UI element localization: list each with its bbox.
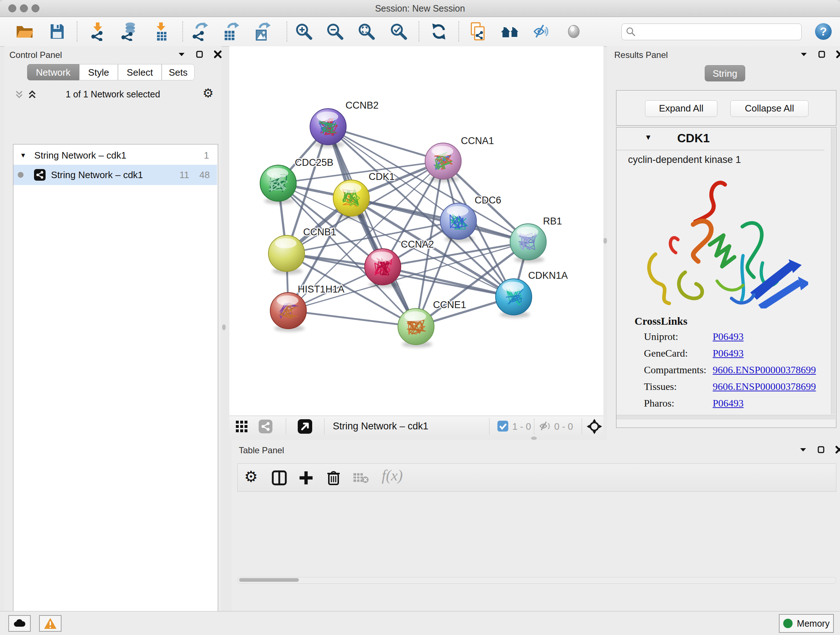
gene-collapse-icon[interactable]: ▼ (645, 133, 652, 141)
network-collection-row[interactable]: ▼ String Network – cdk1 1 (13, 146, 217, 165)
string-home-button[interactable] (500, 21, 521, 42)
node-CDC6[interactable]: CDC6 (440, 195, 501, 242)
network-view-share-button[interactable] (258, 419, 273, 435)
zoom-fit-icon (357, 22, 376, 41)
netbar-separator (286, 418, 286, 434)
panel-menu-icon[interactable] (799, 445, 807, 454)
add-column-button[interactable] (298, 470, 314, 487)
selected-nodes-checkbox[interactable] (497, 420, 508, 433)
node-label-CCNA1: CCNA1 (461, 135, 494, 146)
show-columns-button[interactable] (272, 470, 287, 487)
arrow-up-right-icon (297, 419, 313, 434)
zoom-in-button[interactable] (294, 21, 314, 42)
crosslink-genecard-link[interactable]: P06493 (713, 348, 744, 359)
export-network-button[interactable] (189, 21, 210, 42)
hidden-elements-button[interactable] (539, 420, 552, 433)
node-HIST1H1A[interactable]: HIST1H1A (270, 284, 344, 332)
toolbar-separator (458, 21, 459, 42)
crosslink-label: Pharos: (644, 397, 674, 409)
delete-table-button[interactable] (353, 472, 369, 486)
network-options-gear-icon[interactable]: ⚙ (202, 87, 213, 99)
memory-button[interactable]: Memory (779, 614, 834, 633)
tab-network[interactable]: Network (27, 64, 79, 80)
function-builder-button[interactable]: f(x) (382, 467, 403, 484)
netbar-separator (534, 418, 534, 434)
crosslink-pharos-link[interactable]: P06493 (713, 397, 744, 409)
close-panel-icon[interactable] (835, 445, 840, 454)
collection-collapse-icon[interactable]: ▼ (20, 152, 27, 159)
refresh-button[interactable] (429, 21, 449, 42)
import-table-button[interactable] (151, 21, 172, 42)
export-table-icon (221, 22, 240, 41)
tab-string[interactable]: String (705, 65, 745, 81)
node-CCNB1[interactable]: CCNB1 (268, 226, 336, 274)
network-graph[interactable]: CCNB2CCNA1CDC25BCDK1CDC6RB1CCNB1CCNA2CDK… (229, 46, 603, 416)
netbar-separator (582, 418, 582, 434)
save-session-button[interactable] (47, 21, 67, 42)
eye-button[interactable] (564, 21, 584, 42)
edge-CCNB2-CCNE1[interactable] (328, 127, 416, 326)
close-panel-icon[interactable] (836, 50, 840, 59)
expand-all-button[interactable]: Expand All (645, 100, 717, 117)
collapse-all-networks-button[interactable] (14, 89, 25, 101)
help-button[interactable]: ? (813, 21, 834, 42)
search-input[interactable] (636, 27, 790, 37)
export-image-button[interactable] (252, 21, 272, 42)
close-panel-icon[interactable] (213, 50, 222, 59)
expand-all-networks-button[interactable] (27, 89, 38, 101)
search-icon (625, 27, 636, 37)
left-splitter-handle[interactable] (222, 325, 226, 330)
zoom-fit-button[interactable] (356, 21, 377, 42)
cloud-status-button[interactable] (8, 615, 31, 632)
float-panel-icon[interactable] (817, 445, 826, 454)
results-horizontal-scrollbar[interactable] (616, 415, 835, 420)
panel-menu-icon[interactable] (177, 50, 186, 59)
warnings-button[interactable] (39, 615, 62, 632)
crosslink-tissues-link[interactable]: 9606.ENSP00000378699 (713, 381, 816, 393)
homes-icon (500, 23, 521, 40)
node-CCNA1[interactable]: CCNA1 (425, 135, 494, 182)
panel-menu-icon[interactable] (799, 50, 808, 59)
scrollbar-thumb[interactable] (239, 578, 299, 582)
float-panel-icon[interactable] (195, 50, 204, 59)
tab-sets[interactable]: Sets (162, 64, 195, 80)
open-session-button[interactable] (14, 21, 35, 42)
network-row-selected[interactable]: String Network – cdk1 11 48 (13, 165, 217, 185)
gene-header-row[interactable]: ▼ CDK1 (616, 127, 824, 150)
grid-view-button[interactable] (235, 420, 248, 434)
columns-icon (272, 470, 287, 486)
table-horizontal-scrollbar[interactable] (237, 577, 836, 584)
crosslink-label: Uniprot: (644, 331, 678, 342)
table-settings-gear-icon[interactable]: ⚙ (244, 469, 258, 485)
export-table-button[interactable] (220, 21, 240, 42)
results-vertical-scrollbar[interactable] (831, 128, 835, 414)
tab-style[interactable]: Style (79, 64, 118, 80)
tab-select[interactable]: Select (118, 64, 162, 80)
import-network-file-button[interactable] (88, 21, 108, 42)
right-splitter-handle[interactable] (603, 238, 607, 244)
hidden-count-badge: 0 - 0 (554, 421, 573, 432)
bottom-splitter-handle[interactable] (531, 437, 537, 440)
network-view-canvas[interactable]: CCNB2CCNA1CDC25BCDK1CDC6RB1CCNB1CCNA2CDK… (229, 46, 603, 416)
network-node-count: 11 (180, 169, 189, 181)
show-hide-glasspane-button[interactable] (532, 21, 553, 42)
import-network-database-button[interactable] (118, 21, 139, 42)
zoom-selected-button[interactable] (388, 21, 409, 42)
node-RB1[interactable]: RB1 (510, 216, 562, 263)
open-in-browser-button[interactable] (297, 419, 313, 435)
network-from-document-button[interactable] (469, 21, 489, 42)
crosslink-uniprot-link[interactable]: P06493 (713, 331, 744, 342)
float-panel-icon[interactable] (818, 50, 826, 59)
zoom-out-button[interactable] (325, 21, 345, 42)
table-panel-title: Table Panel (239, 445, 284, 455)
share-icon (258, 419, 273, 434)
delete-column-button[interactable] (326, 470, 341, 487)
edge-CDK1-RB1[interactable] (351, 198, 528, 242)
crosslink-compartments-link[interactable]: 9606.ENSP00000378699 (713, 364, 816, 376)
collapse-all-button[interactable]: Collapse All (730, 100, 808, 117)
node-CCNE1[interactable]: CCNE1 (398, 299, 466, 348)
birdseye-toggle-button[interactable] (587, 419, 602, 435)
memory-label: Memory (797, 618, 829, 629)
edge-CCNE1-HIST1H1A[interactable] (288, 310, 416, 326)
node-CDKN1A[interactable]: CDKN1A (496, 270, 568, 318)
